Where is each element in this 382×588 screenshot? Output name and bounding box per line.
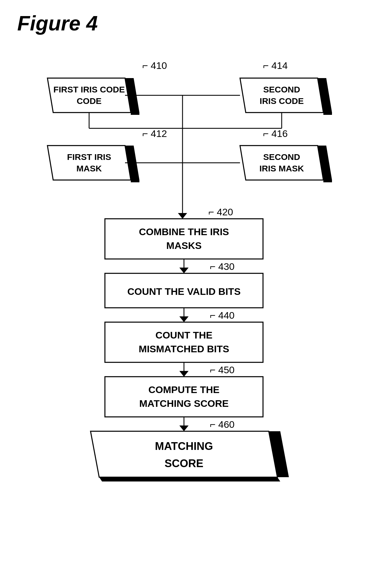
svg-rect-26	[105, 322, 263, 362]
svg-marker-19	[178, 213, 187, 219]
combine-iris-masks-line1: COMBINE THE IRIS	[139, 226, 229, 237]
svg-marker-0	[47, 78, 131, 113]
diagram-svg: ⌐ 410 FIRST IRIS CODE CODE ⌐ 414 SECOND …	[33, 52, 349, 583]
page: Figure 4 ⌐ 410 FIRST IRIS CODE CODE ⌐ 41…	[0, 0, 382, 588]
svg-marker-9	[240, 146, 323, 180]
compute-matching-score-line1: COMPUTE THE	[148, 384, 219, 395]
count-mismatched-bits-line2: MISMATCHED BITS	[139, 343, 229, 354]
combine-iris-masks-line2: MASKS	[166, 240, 201, 251]
ref-450: ⌐ 450	[210, 364, 235, 375]
ref-440: ⌐ 440	[210, 310, 235, 321]
figure-title: Figure 4	[17, 11, 365, 35]
second-iris-mask-label-line2: IRIS MASK	[259, 164, 304, 173]
svg-marker-28	[179, 371, 189, 377]
svg-marker-25	[179, 316, 189, 322]
second-iris-code-label-line2: IRIS CODE	[260, 96, 304, 106]
ref-460: ⌐ 460	[210, 419, 235, 430]
svg-rect-20	[105, 219, 263, 259]
ref-414: ⌐ 414	[263, 60, 288, 71]
svg-marker-5	[323, 113, 332, 115]
ref-430: ⌐ 430	[210, 261, 235, 272]
ref-420: ⌐ 420	[208, 206, 233, 217]
ref-412: ⌐ 412	[142, 128, 167, 139]
svg-rect-29	[105, 377, 263, 417]
second-iris-code-label-line1: SECOND	[263, 85, 300, 94]
compute-matching-score-line2: MATCHING SCORE	[139, 398, 229, 409]
svg-marker-32	[91, 431, 277, 477]
ref-410: ⌐ 410	[142, 60, 167, 71]
svg-marker-22	[179, 268, 189, 273]
first-iris-code-label-line2: CODE	[76, 96, 101, 106]
first-iris-code-label-line1: FIRST IRIS CODE	[53, 85, 124, 94]
svg-marker-31	[179, 425, 189, 431]
second-iris-mask-label-line1: SECOND	[263, 152, 300, 162]
diagram: ⌐ 410 FIRST IRIS CODE CODE ⌐ 414 SECOND …	[33, 52, 349, 585]
svg-marker-3	[240, 78, 323, 113]
svg-marker-11	[323, 180, 332, 182]
svg-marker-8	[131, 180, 139, 182]
count-valid-bits-label: COUNT THE VALID BITS	[127, 286, 240, 297]
svg-marker-34	[99, 477, 280, 481]
matching-score-label-line2: SCORE	[164, 457, 203, 469]
first-iris-mask-label-line2: MASK	[76, 164, 102, 173]
matching-score-label-line1: MATCHING	[155, 440, 213, 452]
count-mismatched-bits-line1: COUNT THE	[155, 330, 212, 341]
ref-416: ⌐ 416	[263, 128, 288, 139]
first-iris-mask-label-line1: FIRST IRIS	[67, 152, 111, 162]
svg-marker-6	[47, 146, 131, 180]
svg-marker-2	[131, 113, 139, 115]
